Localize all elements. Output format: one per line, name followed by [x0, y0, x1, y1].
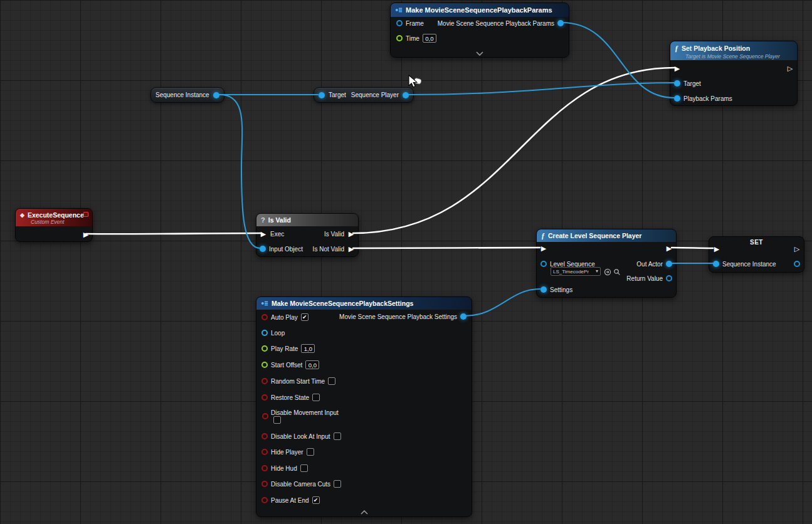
pin-time-label: Time: [406, 35, 419, 42]
pin-out-actor-label: Out Actor: [636, 261, 663, 268]
node-get-sequence-instance[interactable]: Sequence Instance: [150, 87, 224, 103]
pin-hide-player-label: Hide Player: [271, 449, 303, 456]
node-set-sequence-instance[interactable]: SET ▶ ▷ Sequence Instance: [709, 236, 804, 273]
exec-in-pin[interactable]: ▶: [260, 231, 267, 238]
disable-movement-input-checkbox[interactable]: [273, 416, 281, 424]
pin-auto-play[interactable]: [261, 314, 268, 320]
wire-exec-isnotvalid-to-createplayer[interactable]: [353, 248, 540, 248]
hide-hud-checkbox[interactable]: [300, 464, 308, 472]
node-set-playback-position[interactable]: ƒ Set Playback Position Target is Movie …: [670, 41, 798, 106]
exec-out-pin[interactable]: ▶: [82, 231, 90, 238]
restore-state-checkbox[interactable]: [312, 394, 320, 401]
play-rate-input[interactable]: 1,0: [301, 344, 315, 353]
node-make-playback-settings[interactable]: Make MovieSceneSequencePlaybackSettings …: [256, 296, 472, 517]
node-title: Make MovieSceneSequencePlaybackParams: [406, 6, 552, 14]
collapse-chevron-up-icon[interactable]: [360, 510, 369, 515]
pin-sequence-instance-out[interactable]: [213, 92, 219, 98]
exec-in-pin[interactable]: ▶: [673, 65, 681, 72]
make-struct-icon: [395, 6, 403, 14]
pin-sequence-player-out-label: Sequence Player: [351, 92, 399, 98]
pin-level-sequence[interactable]: [540, 261, 547, 267]
pin-play-rate[interactable]: [261, 345, 268, 352]
pin-target-in-label: Target: [329, 92, 346, 98]
auto-play-checkbox[interactable]: ✔: [301, 313, 308, 321]
node-title: Create Level Sequence Player: [548, 232, 641, 239]
pin-auto-play-label: Auto Play: [271, 314, 298, 321]
use-selected-asset-icon[interactable]: [603, 268, 611, 276]
pin-loop[interactable]: [261, 330, 268, 336]
asset-name: LS_TimecodePr: [553, 269, 589, 275]
pin-pause-at-end[interactable]: [261, 497, 268, 503]
node-create-level-sequence-player[interactable]: ƒ Create Level Sequence Player ▶ ▶ Level…: [536, 229, 677, 298]
pin-target-in[interactable]: [319, 92, 325, 98]
exec-in-pin[interactable]: ▶: [713, 246, 720, 253]
variable-label: Sequence Instance: [156, 92, 209, 98]
pin-start-offset[interactable]: [261, 362, 268, 368]
mouse-cursor: [406, 74, 425, 94]
node-is-valid[interactable]: ? Is Valid ▶ Exec ▶ Is Valid Input Objec…: [256, 213, 359, 257]
wire-exec-createplayer-to-set[interactable]: [672, 248, 713, 248]
wire-exec-executesequence-to-isvalid[interactable]: [86, 233, 261, 234]
pin-frame[interactable]: [396, 20, 403, 26]
node-execute-sequence[interactable]: ◆ ExecuteSequence Custom Event ▶: [15, 208, 93, 242]
pin-disable-look-at-input[interactable]: [261, 433, 268, 439]
pin-sequence-instance-label: Sequence Instance: [722, 261, 776, 268]
exec-in-pin[interactable]: ▶: [540, 245, 547, 252]
wire-obj-settings-to-createplayer[interactable]: [465, 289, 540, 316]
pin-input-object[interactable]: [260, 246, 266, 252]
node-make-playback-params[interactable]: Make MovieSceneSequencePlaybackParams Fr…: [390, 3, 569, 58]
exec-out-is-valid-pin[interactable]: ▶: [347, 231, 355, 238]
pin-hide-hud-label: Hide Hud: [271, 465, 297, 472]
exec-out-pin[interactable]: ▷: [786, 65, 794, 72]
node-header: ƒ Set Playback Position Target is Movie …: [670, 41, 797, 60]
node-header: ◆ ExecuteSequence Custom Event: [16, 209, 92, 226]
pin-playback-params[interactable]: [674, 95, 680, 102]
pin-playback-settings-out-label: Movie Scene Sequence Playback Settings: [339, 313, 457, 320]
browse-asset-icon[interactable]: [613, 268, 621, 276]
asset-select-dropdown[interactable]: LS_TimecodePr ▾: [551, 267, 601, 276]
blueprint-graph-canvas[interactable]: { "colors": { "exec_pin": "#ffffff", "ob…: [0, 0, 812, 524]
collapse-chevron-down-icon[interactable]: [475, 51, 484, 56]
pin-out-actor[interactable]: [666, 261, 672, 267]
exec-out-is-not-valid-pin[interactable]: ▶: [347, 246, 355, 253]
disable-camera-cuts-checkbox[interactable]: [334, 480, 341, 488]
start-offset-input[interactable]: 0,0: [305, 360, 319, 369]
pin-playback-params-out[interactable]: [557, 20, 564, 26]
pin-disable-camera-cuts-label: Disable Camera Cuts: [271, 481, 330, 488]
node-subtitle: Custom Event: [31, 219, 92, 225]
random-start-time-checkbox[interactable]: [328, 377, 335, 385]
pin-time[interactable]: [396, 35, 403, 41]
node-title: SET: [709, 239, 804, 246]
pin-target-label: Target: [683, 80, 701, 87]
pin-return-value[interactable]: [666, 275, 672, 281]
pin-sequence-instance-out[interactable]: [794, 261, 800, 267]
pin-playback-params-out-label: Movie Scene Sequence Playback Params: [438, 20, 554, 27]
hide-player-checkbox[interactable]: [307, 448, 314, 456]
node-header: ? Is Valid: [256, 214, 358, 226]
event-diamond-icon: ◆: [20, 212, 24, 218]
pin-level-sequence-label: Level Sequence: [550, 261, 595, 268]
pin-random-start-time[interactable]: [261, 378, 268, 384]
node-get-sequence-player[interactable]: Target Sequence Player: [314, 87, 414, 103]
wire-obj-params-to-playbackparams[interactable]: [562, 23, 674, 98]
pin-frame-label: Frame: [406, 20, 424, 27]
pin-disable-camera-cuts[interactable]: [261, 481, 268, 487]
pin-hide-player[interactable]: [261, 449, 268, 455]
pin-sequence-instance-in[interactable]: [713, 261, 719, 267]
pause-at-end-checkbox[interactable]: ✔: [312, 496, 320, 504]
pin-target[interactable]: [674, 80, 680, 86]
time-value-input[interactable]: 0,0: [423, 34, 436, 43]
wire-obj-sequenceinstance-to-inputobject[interactable]: [219, 95, 260, 248]
pin-hide-hud[interactable]: [261, 465, 268, 471]
exec-out-pin[interactable]: ▶: [665, 245, 673, 252]
pin-restore-state[interactable]: [261, 394, 268, 401]
pin-playback-settings-out[interactable]: [460, 313, 467, 320]
node-title: ExecuteSequence: [28, 211, 84, 219]
pin-restore-state-label: Restore State: [271, 394, 309, 401]
pin-settings[interactable]: [540, 286, 547, 293]
exec-out-pin[interactable]: ▷: [793, 246, 801, 253]
wire-obj-sequenceplayer-to-target[interactable]: [409, 83, 674, 95]
pin-disable-movement-input[interactable]: [262, 413, 268, 419]
disable-look-at-input-checkbox[interactable]: [334, 432, 341, 440]
exec-out-is-not-valid-label: Is Not Valid: [313, 246, 344, 253]
